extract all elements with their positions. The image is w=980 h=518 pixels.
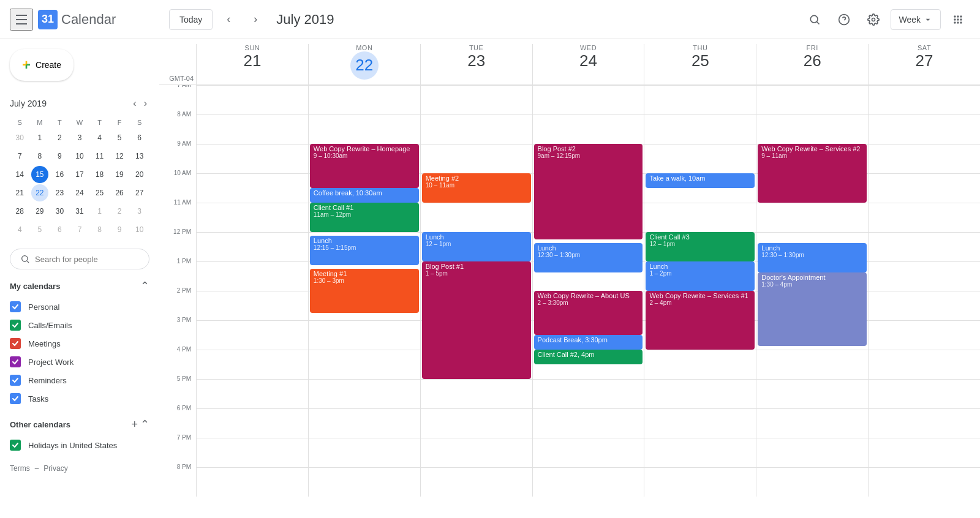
calendar-event[interactable]: Blog Post #11 – 5pm <box>422 261 531 379</box>
other-calendar-item[interactable]: Holidays in United States <box>0 436 159 454</box>
calendar-event[interactable]: Blog Post #29am – 12:15pm <box>534 144 643 239</box>
calendar-label: Holidays in United States <box>28 441 117 450</box>
my-calendar-item[interactable]: Calls/Emails <box>0 316 159 334</box>
calendar-event[interactable]: Web Copy Rewrite – About US2 – 3:30pm <box>534 291 643 335</box>
mini-cal-day[interactable]: 3 <box>131 203 148 220</box>
calendar-checkbox[interactable] <box>10 338 21 349</box>
calendar-event[interactable]: Lunch1 – 2pm <box>646 261 755 291</box>
my-calendar-item[interactable]: Personal <box>0 298 159 316</box>
mini-cal-day[interactable]: 10 <box>131 221 148 238</box>
mini-cal-day[interactable]: 4 <box>91 129 108 146</box>
mini-cal-day[interactable]: 1 <box>91 203 108 220</box>
calendar-event[interactable]: Client Call #312 – 1pm <box>646 232 755 261</box>
mini-cal-day[interactable]: 5 <box>31 221 48 238</box>
terms-link[interactable]: Terms <box>10 464 30 473</box>
mini-cal-day[interactable]: 4 <box>11 221 28 238</box>
mini-cal-day[interactable]: 11 <box>91 148 108 165</box>
calendar-event[interactable]: Meeting #11:30 – 3pm <box>310 269 419 313</box>
mini-cal-day[interactable]: 17 <box>71 166 88 183</box>
mini-cal-day[interactable]: 18 <box>91 166 108 183</box>
mini-cal-day[interactable]: 12 <box>111 148 128 165</box>
mini-cal-day[interactable]: 16 <box>51 166 68 183</box>
mini-cal-day[interactable]: 3 <box>71 129 88 146</box>
mini-cal-day[interactable]: 24 <box>71 184 88 201</box>
mini-cal-day[interactable]: 6 <box>51 221 68 238</box>
calendar-event[interactable]: Client Call #2, 4pm <box>534 350 643 364</box>
settings-button[interactable] <box>861 7 886 32</box>
privacy-link[interactable]: Privacy <box>43 464 67 473</box>
calendar-event[interactable]: Lunch12:30 – 1:30pm <box>758 243 867 272</box>
mini-cal-day[interactable]: 5 <box>111 129 128 146</box>
mini-cal-day[interactable]: 8 <box>91 221 108 238</box>
hour-row <box>309 467 420 497</box>
calendar-event[interactable]: Client Call #111am – 12pm <box>310 203 419 232</box>
mini-cal-day[interactable]: 7 <box>71 221 88 238</box>
mini-cal-day[interactable]: 13 <box>131 148 148 165</box>
create-button[interactable]: + Create <box>10 49 74 81</box>
search-button[interactable] <box>802 7 827 32</box>
calendar-event[interactable]: Coffee break, 10:30am <box>310 188 419 203</box>
calendar-event[interactable]: Podcast Break, 3:30pm <box>534 335 643 350</box>
calendar-event[interactable]: Lunch12:30 – 1:30pm <box>534 243 643 272</box>
mini-cal-day[interactable]: 20 <box>131 166 148 183</box>
other-calendars-header[interactable]: Other calendars + ⌃ <box>0 413 159 436</box>
my-calendar-item[interactable]: Tasks <box>0 389 159 408</box>
menu-button[interactable] <box>10 9 33 31</box>
calendar-checkbox[interactable] <box>10 301 21 312</box>
mini-cal-day[interactable]: 26 <box>111 184 128 201</box>
mini-cal-day[interactable]: 23 <box>51 184 68 201</box>
calendar-event[interactable]: Web Copy Rewrite – Homepage9 – 10:30am <box>310 144 419 188</box>
event-time: 9am – 12:15pm <box>538 152 639 159</box>
mini-cal-day[interactable]: 15 <box>31 166 48 183</box>
mini-cal-day[interactable]: 1 <box>31 129 48 146</box>
my-calendars-header[interactable]: My calendars ⌃ <box>0 274 159 298</box>
mini-cal-day[interactable]: 19 <box>111 166 128 183</box>
mini-cal-day[interactable]: 30 <box>51 203 68 220</box>
mini-cal-day[interactable]: 22 <box>31 184 48 201</box>
mini-cal-day[interactable]: 6 <box>131 129 148 146</box>
mini-cal-day[interactable]: 25 <box>91 184 108 201</box>
my-calendar-item[interactable]: Reminders <box>0 371 159 389</box>
calendar-event[interactable]: Take a walk, 10am <box>646 173 755 188</box>
search-people-field[interactable] <box>10 249 149 269</box>
day-col-sun <box>196 85 308 497</box>
mini-cal-day[interactable]: 7 <box>11 148 28 165</box>
calendar-event[interactable]: Doctor's Appointment1:30 – 4pm <box>758 272 867 346</box>
add-other-calendar-icon[interactable]: + <box>131 418 138 431</box>
mini-cal-day[interactable]: 30 <box>11 129 28 146</box>
my-calendar-item[interactable]: Project Work <box>0 353 159 371</box>
mini-cal-day[interactable]: 2 <box>111 203 128 220</box>
calendar-event[interactable]: Web Copy Rewrite – Services #12 – 4pm <box>646 291 755 350</box>
prev-arrow[interactable]: ‹ <box>217 9 239 31</box>
mini-cal-day[interactable]: 29 <box>31 203 48 220</box>
today-button[interactable]: Today <box>169 9 213 30</box>
mini-cal-day[interactable]: 8 <box>31 148 48 165</box>
apps-button[interactable] <box>946 7 970 32</box>
mini-cal-day[interactable]: 31 <box>71 203 88 220</box>
mini-cal-prev[interactable]: ‹ <box>130 96 138 111</box>
mini-cal-day[interactable]: 9 <box>111 221 128 238</box>
calendar-event[interactable]: Lunch12 – 1pm <box>422 232 531 261</box>
mini-cal-day[interactable]: 2 <box>51 129 68 146</box>
mini-cal-day[interactable]: 14 <box>11 166 28 183</box>
mini-cal-day[interactable]: 9 <box>51 148 68 165</box>
next-arrow[interactable]: › <box>244 9 266 31</box>
calendar-checkbox[interactable] <box>10 393 21 404</box>
calendar-event[interactable]: Lunch12:15 – 1:15pm <box>310 236 419 265</box>
mini-cal-day[interactable]: 10 <box>71 148 88 165</box>
my-calendar-item[interactable]: Meetings <box>0 334 159 353</box>
view-selector[interactable]: Week <box>891 9 941 30</box>
calendar-checkbox[interactable] <box>10 440 21 451</box>
calendar-checkbox[interactable] <box>10 320 21 331</box>
calendar-event[interactable]: Meeting #210 – 11am <box>422 173 531 203</box>
search-people-input[interactable] <box>35 255 139 264</box>
calendar-event[interactable]: Web Copy Rewrite – Services #29 – 11am <box>758 144 867 203</box>
calendar-checkbox[interactable] <box>10 356 21 367</box>
mini-cal-next[interactable]: › <box>141 96 149 111</box>
calendar-scroll[interactable]: 7 AM8 AM9 AM10 AM11 AM12 PM1 PM2 PM3 PM4… <box>159 85 980 518</box>
mini-cal-day[interactable]: 21 <box>11 184 28 201</box>
mini-cal-day[interactable]: 27 <box>131 184 148 201</box>
help-button[interactable] <box>832 7 856 32</box>
calendar-checkbox[interactable] <box>10 375 21 386</box>
mini-cal-day[interactable]: 28 <box>11 203 28 220</box>
